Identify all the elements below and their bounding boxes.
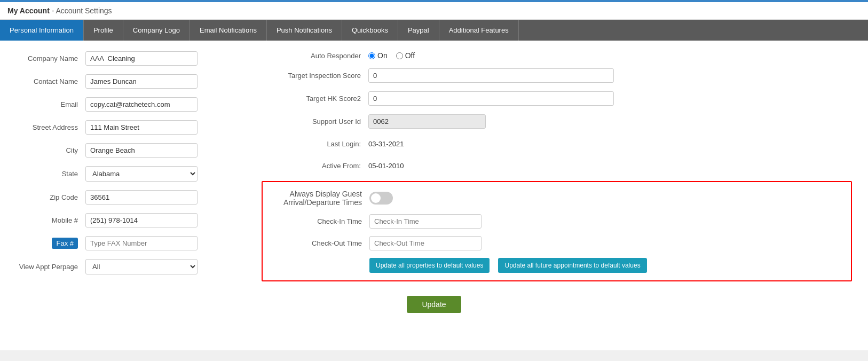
city-row: City xyxy=(16,143,240,158)
tab-company-logo[interactable]: Company Logo xyxy=(123,20,190,41)
auto-off-label: Off xyxy=(405,51,415,60)
tab-paypal[interactable]: Paypal xyxy=(398,20,439,41)
page-header: My Account - Account Settings xyxy=(0,2,868,20)
street-address-input[interactable] xyxy=(85,120,198,135)
mobile-row: Mobile # xyxy=(16,213,240,227)
update-row: Update xyxy=(16,296,852,313)
contact-name-row: Contact Name xyxy=(16,74,240,89)
view-appt-select[interactable]: All xyxy=(85,259,198,274)
email-label: Email xyxy=(16,100,85,108)
contact-name-label: Contact Name xyxy=(16,77,85,85)
checkin-label: Check-In Time xyxy=(263,217,369,225)
tab-navigation: Personal Information Profile Company Log… xyxy=(0,20,868,41)
target-inspection-label: Target Inspection Score xyxy=(262,72,368,80)
always-display-label: Always Display Guest Arrival/Departure T… xyxy=(263,190,369,207)
tab-push-notifications[interactable]: Push Notifications xyxy=(267,20,342,41)
last-login-label: Last Login: xyxy=(262,140,368,148)
zip-code-row: Zip Code xyxy=(16,190,240,205)
email-input[interactable] xyxy=(85,97,198,112)
checkin-row: Check-In Time xyxy=(263,214,843,229)
city-label: City xyxy=(16,146,85,154)
fax-input[interactable] xyxy=(85,236,198,250)
checkin-input[interactable] xyxy=(369,214,482,229)
contact-name-input[interactable] xyxy=(85,74,198,89)
target-hk-label: Target HK Score2 xyxy=(262,95,368,103)
state-row: State Alabama xyxy=(16,166,240,182)
target-inspection-row: Target Inspection Score xyxy=(262,68,852,83)
company-name-row: Company Name xyxy=(16,51,240,66)
support-user-row: Support User Id xyxy=(262,114,852,129)
company-name-input[interactable] xyxy=(85,51,198,66)
zip-code-input[interactable] xyxy=(85,190,198,205)
checkout-label: Check-Out Time xyxy=(263,239,369,247)
tab-additional-features[interactable]: Additional Features xyxy=(439,20,519,41)
support-user-label: Support User Id xyxy=(262,117,368,125)
target-inspection-input[interactable] xyxy=(368,68,614,83)
mobile-label: Mobile # xyxy=(16,216,85,224)
street-address-label: Street Address xyxy=(16,123,85,131)
target-hk-row: Target HK Score2 xyxy=(262,91,852,106)
company-name-label: Company Name xyxy=(16,54,85,62)
auto-off-radio[interactable] xyxy=(396,52,403,59)
email-row: Email xyxy=(16,97,240,112)
street-address-row: Street Address xyxy=(16,120,240,135)
auto-off-option[interactable]: Off xyxy=(396,51,415,60)
target-hk-input[interactable] xyxy=(368,91,614,106)
view-appt-label: View Appt Perpage xyxy=(16,263,85,271)
fax-label-wrapper: Fax # xyxy=(16,239,85,247)
checkout-input[interactable] xyxy=(369,236,482,250)
always-display-label-text: Always Display Guest Arrival/Departure T… xyxy=(283,190,362,207)
update-properties-button[interactable]: Update all properties to default values xyxy=(369,258,490,273)
default-buttons-row: Update all properties to default values … xyxy=(263,258,843,273)
active-from-label: Active From: xyxy=(262,162,368,170)
tab-personal-information[interactable]: Personal Information xyxy=(0,20,84,41)
tab-profile[interactable]: Profile xyxy=(84,20,123,41)
right-column: Auto Responder On Off Target Inspection … xyxy=(262,51,852,283)
always-display-row: Always Display Guest Arrival/Departure T… xyxy=(263,190,843,207)
fax-label: Fax # xyxy=(52,238,78,249)
tab-email-notifications[interactable]: Email Notifications xyxy=(190,20,267,41)
auto-on-radio[interactable] xyxy=(368,52,375,59)
view-appt-row: View Appt Perpage All xyxy=(16,259,240,274)
active-from-row: Active From: 05-01-2010 xyxy=(262,159,852,172)
auto-on-option[interactable]: On xyxy=(368,51,388,60)
last-login-value: 03-31-2021 xyxy=(368,137,404,151)
tab-quickbooks[interactable]: Quickbooks xyxy=(342,20,398,41)
highlight-box: Always Display Guest Arrival/Departure T… xyxy=(262,181,852,281)
always-display-toggle[interactable] xyxy=(369,192,393,205)
last-login-row: Last Login: 03-31-2021 xyxy=(262,137,852,151)
state-select[interactable]: Alabama xyxy=(85,166,198,182)
auto-responder-group: On Off xyxy=(368,51,415,60)
left-column: Company Name Contact Name Email Street A… xyxy=(16,51,240,283)
update-future-button[interactable]: Update all future appointments to defaul… xyxy=(498,258,646,273)
city-input[interactable] xyxy=(85,143,198,158)
page-title-sub: - Account Settings xyxy=(52,6,112,15)
mobile-input[interactable] xyxy=(85,213,198,227)
fax-row: Fax # xyxy=(16,236,240,250)
state-label: State xyxy=(16,170,85,178)
auto-responder-row: Auto Responder On Off xyxy=(262,51,852,60)
page-title-main: My Account xyxy=(7,6,50,15)
support-user-input xyxy=(368,114,486,129)
toggle-slider xyxy=(369,192,393,205)
content-area: Company Name Contact Name Email Street A… xyxy=(0,41,868,350)
update-button[interactable]: Update xyxy=(407,296,461,313)
zip-code-label: Zip Code xyxy=(16,193,85,201)
auto-responder-label: Auto Responder xyxy=(262,52,368,60)
checkout-row: Check-Out Time xyxy=(263,236,843,250)
active-from-value: 05-01-2010 xyxy=(368,159,404,172)
auto-on-label: On xyxy=(377,51,388,60)
